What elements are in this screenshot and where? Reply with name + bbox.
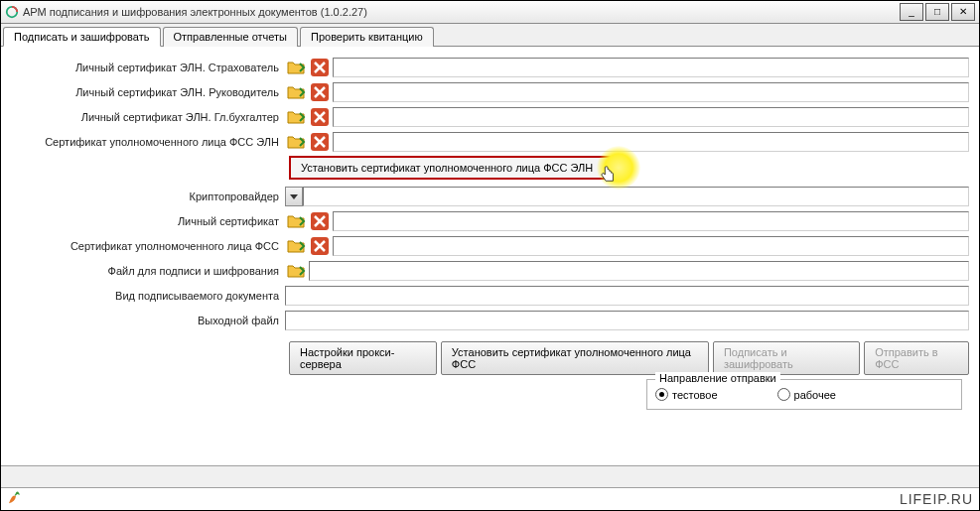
radio-test-label: тестовое bbox=[672, 389, 718, 401]
label-fss-cert: Сертификат уполномоченного лица ФСС bbox=[11, 240, 285, 252]
window-title: АРМ подписания и шифрования электронных … bbox=[23, 6, 900, 18]
install-fss-eln-label: Установить сертификат уполномоченного ли… bbox=[301, 162, 593, 174]
radio-dot-work bbox=[777, 388, 790, 401]
browse-file-to-sign[interactable] bbox=[285, 260, 307, 282]
browse-fss-eln-cert[interactable] bbox=[285, 131, 307, 153]
tab-sent-reports[interactable]: Отправленные отчеты bbox=[163, 27, 299, 47]
watermark-text: LIFEIP.RU bbox=[900, 491, 973, 507]
tab-check-receipt[interactable]: Проверить квитанцию bbox=[300, 27, 434, 47]
install-fss-cert-button[interactable]: Установить сертификат уполномоченного ли… bbox=[441, 341, 709, 375]
label-personal-cert: Личный сертификат bbox=[11, 215, 285, 227]
radio-work-label: рабочее bbox=[794, 389, 836, 401]
input-fss-eln-cert[interactable] bbox=[333, 132, 969, 152]
input-accountant-cert[interactable] bbox=[333, 107, 969, 127]
input-personal-cert[interactable] bbox=[333, 211, 969, 231]
radio-dot-test bbox=[655, 388, 668, 401]
send-direction-group: Направление отправки тестовое рабочее bbox=[646, 379, 962, 410]
label-crypto-provider: Криптопровайдер bbox=[11, 191, 285, 202]
input-insurer-cert[interactable] bbox=[333, 58, 969, 77]
clear-insurer-cert[interactable] bbox=[309, 57, 331, 78]
clear-fss-eln-cert[interactable] bbox=[309, 131, 331, 153]
combo-crypto-provider[interactable] bbox=[285, 187, 969, 206]
label-insurer-cert: Личный сертификат ЭЛН. Страхователь bbox=[11, 62, 285, 73]
radio-work[interactable]: рабочее bbox=[777, 388, 836, 401]
input-output-file[interactable] bbox=[285, 311, 969, 330]
install-fss-eln-cert-button[interactable]: Установить сертификат уполномоченного ли… bbox=[289, 156, 625, 180]
tab-bar: Подписать и зашифровать Отправленные отч… bbox=[1, 24, 979, 47]
titlebar: АРМ подписания и шифрования электронных … bbox=[1, 1, 979, 24]
maximize-button[interactable]: □ bbox=[925, 3, 949, 21]
input-crypto-provider[interactable] bbox=[303, 187, 969, 206]
clear-leader-cert[interactable] bbox=[309, 81, 331, 103]
clear-personal-cert[interactable] bbox=[309, 210, 331, 232]
tab-sign-encrypt[interactable]: Подписать и зашифровать bbox=[3, 27, 161, 47]
label-file-to-sign: Файл для подписи и шифрования bbox=[11, 265, 285, 277]
clear-accountant-cert[interactable] bbox=[309, 106, 331, 128]
minimize-button[interactable]: _ bbox=[900, 3, 923, 21]
label-doc-type: Вид подписываемого документа bbox=[11, 290, 285, 302]
browse-personal-cert[interactable] bbox=[285, 210, 307, 232]
bottom-bar: LIFEIP.RU bbox=[1, 487, 979, 510]
send-direction-title: Направление отправки bbox=[655, 372, 780, 384]
label-output-file: Выходной файл bbox=[11, 315, 285, 326]
label-accountant-cert: Личный сертификат ЭЛН. Гл.бухгалтер bbox=[11, 111, 285, 123]
input-doc-type[interactable] bbox=[285, 286, 969, 306]
input-file-to-sign[interactable] bbox=[309, 261, 969, 281]
browse-insurer-cert[interactable] bbox=[285, 57, 307, 78]
input-leader-cert[interactable] bbox=[333, 82, 969, 102]
app-icon bbox=[5, 5, 19, 19]
label-fss-eln-cert: Сертификат уполномоченного лица ФСС ЭЛН bbox=[11, 136, 285, 148]
proxy-settings-button[interactable]: Настройки прокси-сервера bbox=[289, 341, 437, 375]
tab-content: Личный сертификат ЭЛН. Страхователь Личн… bbox=[1, 47, 979, 410]
combo-crypto-provider-btn[interactable] bbox=[285, 187, 303, 206]
label-leader-cert: Личный сертификат ЭЛН. Руководитель bbox=[11, 86, 285, 98]
input-fss-cert[interactable] bbox=[333, 236, 969, 256]
close-button[interactable]: ✕ bbox=[951, 3, 975, 21]
radio-test[interactable]: тестовое bbox=[655, 388, 718, 401]
browse-accountant-cert[interactable] bbox=[285, 106, 307, 128]
clear-fss-cert[interactable] bbox=[309, 235, 331, 257]
sign-encrypt-button: Подписать и зашифровать bbox=[713, 341, 860, 375]
send-to-fss-button: Отправить в ФСС bbox=[864, 341, 969, 375]
app-window: АРМ подписания и шифрования электронных … bbox=[0, 0, 980, 511]
carrot-icon bbox=[7, 491, 25, 507]
hand-cursor-icon bbox=[599, 166, 617, 186]
browse-leader-cert[interactable] bbox=[285, 81, 307, 103]
browse-fss-cert[interactable] bbox=[285, 235, 307, 257]
status-bar bbox=[1, 465, 979, 488]
